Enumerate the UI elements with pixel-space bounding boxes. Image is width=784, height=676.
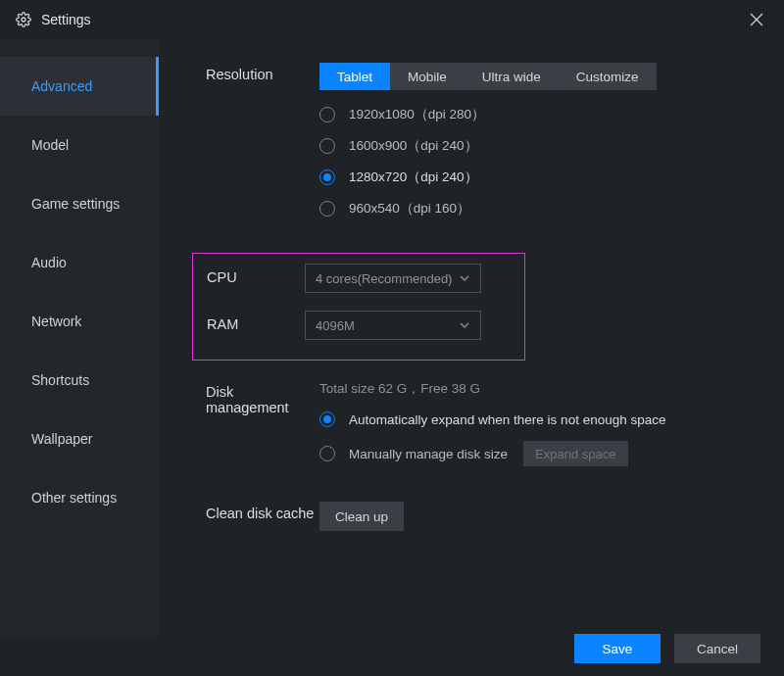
cpu-label: CPU [207,264,305,285]
resolution-tabs: Tablet Mobile Ultra wide Customize [319,63,657,90]
titlebar: Settings [0,0,784,39]
sidebar-item-label: Network [31,314,81,329]
sidebar-item-label: Shortcuts [31,372,89,388]
sidebar-item-label: Audio [31,255,67,270]
ram-select-value: 4096M [316,318,355,333]
sidebar-item-label: Advanced [31,78,92,94]
sidebar-item-label: Wallpaper [31,431,93,447]
expand-space-button[interactable]: Expand space [523,441,627,466]
sidebar: Advanced Model Game settings Audio Netwo… [0,39,159,637]
window-title: Settings [41,12,91,27]
cancel-button[interactable]: Cancel [674,634,760,663]
sidebar-item-label: Other settings [31,490,117,506]
content-panel: Resolution Tablet Mobile Ultra wide Cust… [159,39,784,637]
chevron-down-icon [459,272,470,284]
cpu-ram-highlight: CPU 4 cores(Recommended) RAM 4096M [192,253,525,361]
resolution-label: Resolution [206,63,319,82]
resolution-option-1600[interactable]: 1600x900（dpi 240） [319,137,757,155]
radio-icon [319,138,335,154]
tab-tablet[interactable]: Tablet [319,63,390,90]
clean-label: Clean disk cache [206,502,319,521]
disk-label: Disk management [206,380,319,415]
resolution-option-1920[interactable]: 1920x1080（dpi 280） [319,106,757,123]
radio-icon [319,446,335,461]
chevron-down-icon [459,319,470,331]
ram-label: RAM [207,311,305,332]
disk-option-manual[interactable]: Manually manage disk size Expand space [319,441,757,466]
svg-point-0 [22,18,25,22]
cpu-select[interactable]: 4 cores(Recommended) [305,264,481,293]
close-icon[interactable] [745,8,768,31]
sidebar-item-game-settings[interactable]: Game settings [0,174,159,233]
disk-option-auto[interactable]: Automatically expand when there is not e… [319,411,757,427]
sidebar-item-shortcuts[interactable]: Shortcuts [0,351,159,410]
sidebar-item-label: Model [31,137,69,153]
clean-up-button[interactable]: Clean up [319,502,404,531]
ram-select[interactable]: 4096M [305,311,481,340]
sidebar-item-network[interactable]: Network [0,292,159,351]
resolution-option-1280[interactable]: 1280x720（dpi 240） [319,169,757,186]
sidebar-item-other-settings[interactable]: Other settings [0,468,159,527]
sidebar-item-audio[interactable]: Audio [0,233,159,292]
footer: Save Cancel [0,641,784,676]
sidebar-item-model[interactable]: Model [0,116,159,174]
tab-mobile[interactable]: Mobile [390,63,465,90]
cpu-select-value: 4 cores(Recommended) [316,271,452,286]
radio-icon [319,411,335,427]
sidebar-item-wallpaper[interactable]: Wallpaper [0,410,159,468]
sidebar-item-advanced[interactable]: Advanced [0,57,159,116]
radio-icon [319,169,335,185]
disk-info: Total size 62 G，Free 38 G [319,380,757,398]
gear-icon [16,12,31,27]
radio-icon [319,201,335,217]
save-button[interactable]: Save [574,634,661,663]
radio-icon [319,107,335,122]
resolution-option-960[interactable]: 960x540（dpi 160） [319,200,757,217]
sidebar-item-label: Game settings [31,196,120,212]
tab-ultra-wide[interactable]: Ultra wide [465,63,559,90]
tab-customize[interactable]: Customize [559,63,657,90]
